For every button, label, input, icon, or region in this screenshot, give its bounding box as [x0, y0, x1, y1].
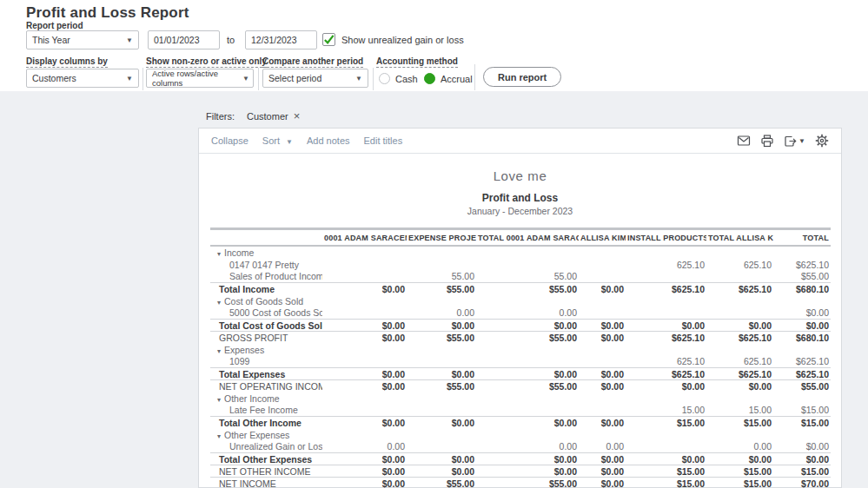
row-label[interactable]: Cost of Goods Sold: [224, 296, 303, 307]
column-header: TOTAL: [773, 229, 831, 247]
row-label-cell: Total Cost of Goods Sold: [210, 319, 322, 331]
settings-icon[interactable]: [815, 134, 829, 148]
amount-cell: $0.00: [476, 465, 579, 477]
compare-period-select[interactable]: Select period ▼: [262, 69, 368, 88]
page-title: Profit and Loss Report: [26, 4, 189, 22]
divider: [373, 68, 374, 90]
table-row: Total Cost of Goods Sold$0.00$0.00$0.00$…: [210, 319, 831, 331]
amount-cell: [476, 294, 579, 307]
amount-cell: [626, 343, 706, 355]
amount-cell: [322, 258, 407, 270]
filter-chip-customer[interactable]: Customer: [247, 111, 288, 122]
amount-cell[interactable]: 15.00: [626, 404, 706, 416]
amount-cell: [579, 343, 626, 355]
amount-cell: $0.00: [579, 331, 626, 343]
chevron-down-icon: ▼: [286, 138, 293, 146]
amount-cell: [706, 270, 773, 282]
amount-cell: $55.00: [476, 477, 579, 488]
column-header: 0001 ADAM SARACENO: [322, 229, 407, 247]
unrealized-gain-label: Show unrealized gain or loss: [341, 35, 464, 45]
amount-cell: [407, 294, 476, 307]
amount-cell[interactable]: 625.10: [706, 258, 773, 270]
collapse-triangle-icon[interactable]: ▾: [217, 347, 221, 355]
amount-cell[interactable]: 625.10: [626, 355, 706, 367]
amount-cell[interactable]: $15.00: [773, 404, 831, 416]
row-label: Sales of Product Income: [229, 271, 322, 281]
edit-titles-link[interactable]: Edit titles: [364, 135, 403, 146]
amount-cell[interactable]: 55.00: [476, 270, 579, 282]
amount-cell: [579, 307, 626, 319]
amount-cell[interactable]: 15.00: [706, 404, 773, 416]
collapse-triangle-icon[interactable]: ▾: [217, 396, 221, 404]
collapse-triangle-icon[interactable]: ▾: [217, 250, 221, 258]
table-header-row: 0001 ADAM SARACENOEXPENSE PROJECTTOTAL 0…: [210, 229, 831, 247]
filters-label: Filters:: [206, 111, 235, 122]
report-period-text: January - December 2023: [199, 206, 841, 216]
add-notes-link[interactable]: Add notes: [307, 135, 350, 146]
run-report-button[interactable]: Run report: [483, 67, 561, 87]
row-label[interactable]: Expenses: [224, 345, 264, 355]
amount-cell: [407, 355, 476, 367]
amount-cell: $0.00: [322, 452, 407, 465]
amount-cell[interactable]: 0.00: [476, 440, 579, 452]
report-table-body: ▾Income0147 0147 Pretty625.10625.10$625.…: [210, 246, 831, 488]
table-row: Sales of Product Income55.0055.00$55.00: [210, 270, 831, 282]
date-from-field[interactable]: 01/01/2023: [148, 30, 220, 49]
amount-cell[interactable]: 0.00: [706, 440, 773, 452]
print-icon[interactable]: [760, 135, 774, 148]
row-label: 5000 Cost of Goods Sold: [229, 307, 322, 318]
amount-cell: [706, 343, 773, 355]
collapse-triangle-icon[interactable]: ▾: [217, 432, 221, 440]
collapse-link[interactable]: Collapse: [211, 135, 248, 146]
amount-cell[interactable]: $625.10: [773, 258, 831, 270]
amount-cell: $625.10: [626, 367, 706, 379]
amount-cell[interactable]: 0.00: [476, 307, 579, 319]
show-nonzero-select[interactable]: Active rows/active columns ▼: [146, 69, 254, 88]
cash-radio[interactable]: [379, 73, 390, 84]
divider: [258, 68, 259, 90]
amount-cell: $55.00: [407, 331, 476, 343]
amount-cell[interactable]: 0.00: [322, 440, 407, 452]
amount-cell[interactable]: 55.00: [407, 270, 476, 282]
email-icon[interactable]: [737, 135, 751, 147]
amount-cell: $625.10: [706, 367, 773, 379]
amount-cell[interactable]: $0.00: [773, 440, 831, 452]
collapse-triangle-icon[interactable]: ▾: [217, 299, 221, 307]
amount-cell: [626, 270, 706, 282]
row-label[interactable]: Other Expenses: [224, 430, 289, 440]
row-label[interactable]: Other Income: [224, 393, 280, 404]
report-header: Love me Profit and Loss January - Decemb…: [199, 168, 841, 216]
amount-cell: $15.00: [773, 465, 831, 477]
row-label-cell: ▾Other Income: [210, 392, 322, 404]
amount-cell[interactable]: $55.00: [773, 270, 831, 282]
sort-link[interactable]: Sort ▼: [262, 135, 293, 146]
row-label[interactable]: Income: [224, 247, 254, 258]
display-columns-select[interactable]: Customers ▼: [26, 69, 139, 88]
export-icon[interactable]: ▼: [784, 135, 805, 148]
chevron-down-icon: ▼: [355, 75, 362, 82]
amount-cell: [476, 428, 579, 440]
amount-cell: $0.00: [476, 416, 579, 428]
amount-cell: [476, 404, 579, 416]
unrealized-gain-checkbox[interactable]: [322, 33, 335, 46]
row-label: 0147 0147 Pretty: [229, 260, 299, 270]
report-title: Profit and Loss: [199, 192, 841, 204]
row-label: Total Other Expenses: [219, 454, 312, 465]
amount-cell[interactable]: $0.00: [773, 307, 831, 319]
report-period-select[interactable]: This Year ▼: [26, 30, 139, 49]
amount-cell: [407, 246, 476, 258]
table-row: 1099625.10625.10$625.10: [210, 355, 831, 367]
amount-cell[interactable]: 0.00: [579, 440, 626, 452]
amount-cell[interactable]: 625.10: [706, 355, 773, 367]
table-row: Total Expenses$0.00$0.00$0.00$0.00$625.1…: [210, 367, 831, 379]
accrual-radio[interactable]: [424, 73, 435, 84]
amount-cell[interactable]: 0.00: [407, 307, 476, 319]
date-to-field[interactable]: 12/31/2023: [245, 30, 317, 49]
amount-cell: [407, 343, 476, 355]
table-row: ▾Expenses: [210, 343, 831, 355]
table-row: Late Fee Income15.0015.00$15.00: [210, 404, 831, 416]
amount-cell[interactable]: $625.10: [773, 355, 831, 367]
amount-cell[interactable]: 625.10: [626, 258, 706, 270]
remove-filter-icon[interactable]: ×: [294, 112, 301, 121]
table-row: Total Other Income$0.00$0.00$0.00$0.00$1…: [210, 416, 831, 428]
